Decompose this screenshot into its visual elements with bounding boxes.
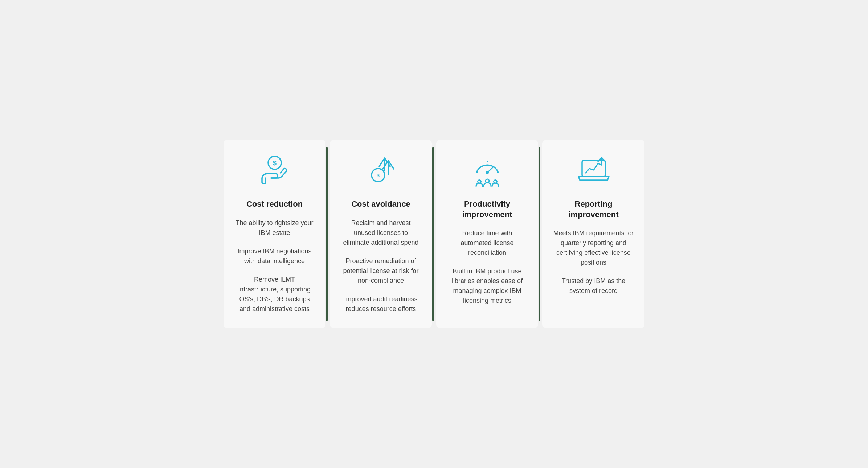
card-item-cost-reduction-2: Remove ILMT infrastructure, supporting O… [234, 275, 315, 314]
card-items-productivity: Reduce time with automated license recon… [446, 228, 528, 306]
svg-text:$: $ [377, 173, 380, 178]
card-title-productivity: Productivity improvement [446, 199, 528, 220]
card-title-cost-reduction: Cost reduction [246, 199, 303, 210]
card-productivity: Productivity improvementReduce time with… [436, 140, 538, 328]
card-title-reporting: Reporting improvement [553, 199, 634, 220]
card-item-cost-avoidance-1: Proactive remediation of potential licen… [340, 256, 422, 286]
card-title-cost-avoidance: Cost avoidance [351, 199, 410, 210]
card-cost-reduction: $ Cost reductionThe ability to rightsize… [224, 140, 326, 328]
card-item-cost-reduction-1: Improve IBM negotiations with data intel… [234, 247, 315, 266]
money-hand-icon: $ [257, 153, 293, 189]
card-item-reporting-0: Meets IBM requirements for quarterly rep… [553, 228, 634, 268]
card-item-productivity-1: Built in IBM product use libraries enabl… [446, 266, 528, 306]
card-item-productivity-0: Reduce time with automated license recon… [446, 228, 528, 258]
svg-text:$: $ [273, 160, 276, 167]
laptop-chart-icon [576, 153, 612, 189]
card-item-cost-reduction-0: The ability to rightsize your IBM estate [234, 218, 315, 238]
card-items-cost-avoidance: Reclaim and harvest unused licenses to e… [340, 218, 422, 314]
card-items-cost-reduction: The ability to rightsize your IBM estate… [234, 218, 315, 314]
cards-container: $ Cost reductionThe ability to rightsize… [216, 132, 652, 336]
svg-point-5 [486, 171, 489, 174]
arrows-up-icon: $ [363, 153, 399, 189]
card-items-reporting: Meets IBM requirements for quarterly rep… [553, 228, 634, 296]
card-cost-avoidance: $ Cost avoidanceReclaim and harvest unus… [330, 140, 432, 328]
card-item-cost-avoidance-0: Reclaim and harvest unused licenses to e… [340, 218, 422, 248]
card-item-reporting-1: Trusted by IBM as the system of record [553, 276, 634, 296]
card-item-cost-avoidance-2: Improved audit readiness reduces resourc… [340, 294, 422, 314]
people-gauge-icon [469, 153, 505, 189]
card-reporting: Reporting improvementMeets IBM requireme… [542, 140, 644, 328]
